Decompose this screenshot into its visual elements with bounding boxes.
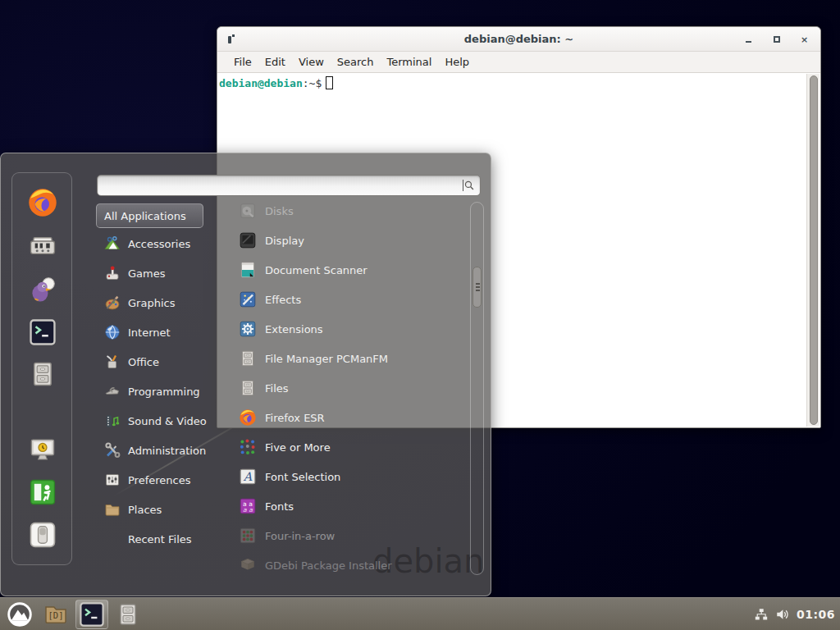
scrollbar-grip [476,283,480,285]
category-internet[interactable]: Internet [96,317,216,347]
category-administration[interactable]: Administration [96,436,216,465]
window-title: debian@debian: ~ [217,33,820,45]
terminal-scrollbar-thumb[interactable] [810,75,818,425]
graphics-icon [104,294,121,311]
games-icon [104,265,121,281]
category-preferences[interactable]: Preferences [96,465,216,495]
minimize-icon [746,41,751,43]
app-file-manager-pcmanfm[interactable]: File Manager PCManFM [217,344,468,373]
taskbar-launchers [0,598,144,630]
internet-icon [104,324,121,340]
maximize-button[interactable] [772,35,781,44]
app-disks[interactable]: Disks [217,196,468,226]
terminal-titlebar[interactable]: debian@debian: ~ × [217,27,820,52]
favorite-settings-panel-button[interactable] [29,232,57,260]
category-accessories[interactable]: Accessories [96,229,216,258]
app-extensions[interactable]: Extensions [217,314,468,344]
category-graphics[interactable]: Graphics [96,288,216,317]
file-manager-launcher[interactable] [39,600,72,629]
shell-prompt: debian@debian:~$ [219,76,819,89]
font-selection-icon [239,468,257,486]
favorite-pidgin-button[interactable] [29,276,57,304]
terminal-window-button[interactable] [75,600,108,629]
system-tray: 01:06 [754,607,840,622]
window-menu-icon[interactable] [228,34,235,43]
menu-help[interactable]: Help [438,56,476,68]
category-list: Accessories Games Graphics Internet Offi… [96,229,216,554]
pidgin-icon [29,276,57,304]
log-out-button[interactable] [29,478,57,506]
app-list-scrollbar[interactable] [470,202,484,575]
menu-file[interactable]: File [227,56,258,68]
category-programming[interactable]: Programming [96,377,216,406]
shut-down-button[interactable] [29,521,57,549]
places-icon [104,501,121,518]
lock-screen-icon [29,436,57,463]
settings-panel-icon [29,232,57,260]
volume-icon[interactable] [775,607,790,622]
five-or-more-icon [239,438,257,456]
prompt-suffix: :~$ [303,77,322,89]
app-five-or-more[interactable]: Five or More [217,432,468,462]
app-font-selection[interactable]: Font Selection [217,462,468,491]
filter-all-applications[interactable]: All Applications [96,203,203,228]
app-files[interactable]: Files [217,373,468,403]
menu-circle-icon [7,601,33,628]
firefox-icon [239,409,257,427]
category-sound-video[interactable]: Sound & Video [96,406,216,436]
disks-icon [239,202,257,220]
fonts-icon [239,497,257,515]
category-office[interactable]: Office [96,347,216,377]
files-launcher[interactable] [112,600,144,629]
favorite-terminal-button[interactable] [29,318,57,346]
menu-view[interactable]: View [292,56,331,68]
all-applications-label: All Applications [104,210,186,222]
file-cabinet-icon [239,349,257,368]
app-document-scanner[interactable]: Document Scanner [217,255,468,285]
category-games[interactable]: Games [96,258,216,288]
application-list: Disks Display Document Scanner Effects E… [217,196,468,575]
taskbar: 01:06 [0,597,840,630]
accessories-icon [104,235,121,252]
folder-icon [43,602,68,627]
favorite-firefox-button[interactable] [27,187,58,218]
app-gdebi-package-installer[interactable]: GDebi Package Installer [217,550,468,575]
terminal-scrollbar[interactable] [806,74,819,427]
category-places[interactable]: Places [96,495,216,524]
network-icon[interactable] [754,607,769,622]
log-out-icon [29,478,57,506]
preferences-icon [104,472,121,488]
app-fonts[interactable]: Fonts [217,491,468,521]
sound-video-icon [104,413,121,429]
menu-button[interactable] [3,600,36,629]
menu-edit[interactable]: Edit [258,56,292,68]
close-button[interactable]: × [800,35,809,44]
favorite-file-manager-button[interactable] [29,360,57,388]
app-list-scrollbar-thumb[interactable] [472,267,482,308]
app-effects[interactable]: Effects [217,285,468,314]
terminal-cursor [326,76,333,89]
favorites-panel [11,172,72,565]
minimize-button[interactable] [744,35,753,44]
effects-icon [239,290,257,308]
menu-terminal[interactable]: Terminal [380,56,438,68]
terminal-menubar: File Edit View Search Terminal Help [217,52,820,73]
lock-screen-button[interactable] [29,436,57,463]
menu-search[interactable]: Search [331,56,381,68]
search-input[interactable] [103,180,461,192]
terminal-icon [29,318,57,346]
clock[interactable]: 01:06 [797,608,835,621]
app-firefox-esr[interactable]: Firefox ESR [217,403,468,432]
gdebi-icon [239,556,257,574]
app-display[interactable]: Display [217,226,468,255]
maximize-icon [774,36,780,43]
display-icon [239,231,257,249]
shut-down-icon [29,521,57,549]
category-recent-files[interactable]: Recent Files [96,524,216,554]
document-scanner-icon [239,261,257,279]
administration-icon [104,442,121,459]
app-four-in-a-row[interactable]: Four-in-a-row [217,521,468,550]
file-cabinet-icon [239,379,257,397]
menu-search-box [97,175,481,196]
terminal-icon [79,601,105,628]
